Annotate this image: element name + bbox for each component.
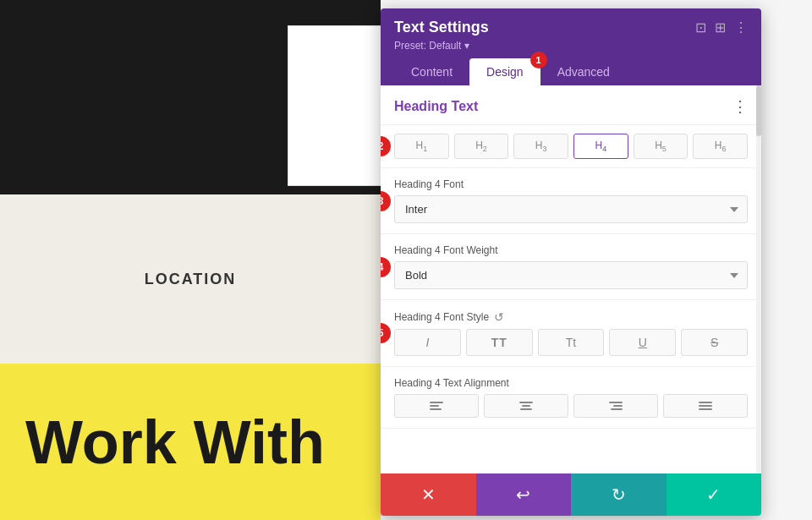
uppercase-button[interactable]: TT — [466, 329, 533, 356]
text-settings-panel: Text Settings ⊡ ⊞ ⋮ Preset: Default ▾ Co… — [381, 8, 761, 516]
font-select-wrapper: Inter Roboto Open Sans — [394, 195, 748, 223]
panel-title-row: Text Settings ⊡ ⊞ ⋮ — [394, 19, 748, 36]
badge-4: 4 — [381, 257, 391, 277]
weight-select-wrapper: Bold Normal Light Extra Bold — [394, 261, 748, 289]
panel-preset[interactable]: Preset: Default ▾ — [394, 40, 748, 52]
weight-field-label: Heading 4 Font Weight — [394, 244, 748, 256]
style-label-row: Heading 4 Font Style ↺ — [394, 310, 748, 324]
h4-button[interactable]: H4 — [573, 134, 628, 159]
tab-advanced[interactable]: Advanced — [540, 58, 627, 85]
badge-5: 5 — [381, 323, 391, 343]
align-right-button[interactable] — [573, 394, 658, 418]
alignment-buttons — [394, 394, 748, 418]
style-reset-icon[interactable]: ↺ — [494, 310, 504, 324]
panel-tabs: Content Design 1 Advanced — [394, 58, 748, 85]
align-right-lines — [609, 402, 623, 410]
font-select[interactable]: Inter Roboto Open Sans — [394, 195, 748, 223]
cancel-button[interactable]: ✕ — [381, 473, 476, 516]
style-buttons: I TT Tt U S — [394, 329, 748, 356]
style-field-label: Heading 4 Font Style — [394, 311, 489, 323]
strikethrough-button[interactable]: S — [681, 329, 748, 356]
more-options-icon[interactable]: ⋮ — [734, 19, 748, 36]
badge-3: 3 — [381, 191, 391, 211]
yellow-section: Work With — [0, 364, 381, 520]
alignment-field-label: Heading 4 Text Alignment — [394, 377, 748, 389]
location-text: LOCATION — [145, 271, 237, 288]
panel-title: Text Settings — [394, 19, 489, 36]
weight-field-group: 4 Heading 4 Font Weight Bold Normal Ligh… — [381, 234, 761, 300]
section-header: Heading Text ⋮ — [381, 85, 761, 125]
tab-content[interactable]: Content — [394, 58, 469, 85]
panel-title-icons: ⊡ ⊞ ⋮ — [695, 19, 748, 36]
h3-button[interactable]: H3 — [513, 134, 568, 159]
grid-icon[interactable]: ⊞ — [715, 19, 726, 36]
font-field-label: Heading 4 Font — [394, 178, 748, 190]
bottom-toolbar: ✕ ↩ ↻ ✓ — [381, 473, 761, 516]
redo-button[interactable]: ↻ — [571, 473, 667, 516]
location-section: LOCATION — [0, 194, 381, 364]
style-field-group: 5 Heading 4 Font Style ↺ I TT Tt U S — [381, 300, 761, 367]
work-with-text: Work With — [25, 412, 325, 473]
h6-button[interactable]: H6 — [693, 134, 748, 159]
h1-button[interactable]: H1 — [394, 134, 449, 159]
align-left-button[interactable] — [394, 394, 479, 418]
section-title: Heading Text — [394, 99, 478, 114]
h5-button[interactable]: H5 — [634, 134, 689, 159]
italic-button[interactable]: I — [394, 329, 461, 356]
weight-select[interactable]: Bold Normal Light Extra Bold — [394, 261, 748, 289]
badge-2: 2 — [381, 136, 391, 156]
align-center-lines — [519, 402, 533, 410]
responsive-icon[interactable]: ⊡ — [695, 19, 706, 36]
white-card — [288, 25, 389, 186]
font-field-group: 3 Heading 4 Font Inter Roboto Open Sans — [381, 168, 761, 234]
underline-button[interactable]: U — [609, 329, 676, 356]
undo-button[interactable]: ↩ — [476, 473, 572, 516]
h2-button[interactable]: H2 — [454, 134, 509, 159]
align-left-lines — [430, 402, 443, 410]
alignment-field-group: Heading 4 Text Alignment — [381, 367, 761, 429]
scrollbar-track — [756, 85, 761, 473]
section-options-icon[interactable]: ⋮ — [732, 97, 748, 116]
panel-header: Text Settings ⊡ ⊞ ⋮ Preset: Default ▾ Co… — [381, 8, 761, 85]
align-center-button[interactable] — [484, 394, 568, 418]
tab-design[interactable]: Design 1 — [469, 58, 540, 85]
capitalize-button[interactable]: Tt — [538, 329, 605, 356]
panel-body: Heading Text ⋮ 2 H1 H2 H3 H4 H5 H6 3 Hea… — [381, 85, 761, 473]
align-justify-button[interactable] — [663, 394, 748, 418]
save-button[interactable]: ✓ — [667, 473, 762, 516]
scrollbar-thumb[interactable] — [756, 85, 761, 136]
align-justify-lines — [699, 402, 712, 410]
heading-level-buttons: 2 H1 H2 H3 H4 H5 H6 — [381, 125, 761, 168]
